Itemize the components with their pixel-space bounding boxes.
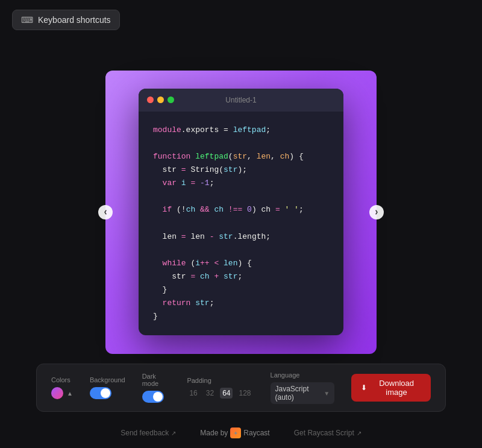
raycast-logo: ✦ bbox=[230, 427, 241, 438]
download-button[interactable]: ⬇ Download image bbox=[351, 374, 431, 402]
feedback-link[interactable]: Send feedback ↗ bbox=[120, 429, 176, 437]
code-line: if (!ch && ch !== 0) ch = ' '; bbox=[153, 203, 329, 216]
traffic-light-red bbox=[147, 96, 154, 103]
code-line: } bbox=[153, 283, 329, 297]
language-select[interactable]: JavaScript (auto) ▼ bbox=[271, 382, 335, 404]
prev-arrow-button[interactable] bbox=[98, 205, 113, 219]
script-link[interactable]: Get Raycast Script ↗ bbox=[294, 429, 362, 437]
code-line: } bbox=[153, 310, 329, 323]
padding-128[interactable]: 128 bbox=[236, 388, 253, 399]
brand-name: Raycast bbox=[243, 429, 269, 437]
colors-chevron-button[interactable]: ▲ bbox=[67, 390, 73, 397]
code-line bbox=[153, 244, 329, 257]
darkmode-control bbox=[142, 391, 171, 403]
download-label: Download image bbox=[372, 379, 421, 397]
language-chevron-icon: ▼ bbox=[324, 390, 330, 397]
script-label: Get Raycast Script bbox=[294, 429, 354, 437]
code-line: function leftpad(str, len, ch) { bbox=[153, 150, 329, 163]
background-toggle[interactable] bbox=[90, 387, 111, 399]
code-line: while (i++ < len) { bbox=[153, 257, 329, 270]
background-label: Background bbox=[90, 376, 125, 383]
made-by-brand: Made by ✦ Raycast bbox=[200, 427, 269, 438]
language-value: JavaScript (auto) bbox=[275, 385, 321, 402]
background-group: Background bbox=[90, 376, 125, 399]
code-line: str = String(str); bbox=[153, 163, 329, 177]
code-editor-card: Untitled-1 module.exports = leftpad; fun… bbox=[139, 89, 343, 335]
colors-control: ▲ bbox=[51, 387, 73, 399]
color-swatch[interactable] bbox=[51, 387, 63, 399]
next-arrow-button[interactable] bbox=[369, 205, 384, 219]
footer: Send feedback ↗ Made by ✦ Raycast Get Ra… bbox=[0, 427, 482, 438]
padding-16[interactable]: 16 bbox=[187, 388, 199, 399]
code-line: len = len - str.length; bbox=[153, 230, 329, 244]
top-bar-label: Keyboard shortcuts bbox=[38, 15, 111, 25]
made-by-label: Made by bbox=[200, 429, 228, 437]
keyboard-shortcuts-button[interactable]: ⌨ Keyboard shortcuts bbox=[12, 10, 120, 30]
download-icon: ⬇ bbox=[361, 383, 367, 392]
traffic-light-yellow bbox=[157, 96, 164, 103]
code-line: return str; bbox=[153, 297, 329, 310]
padding-64[interactable]: 64 bbox=[220, 388, 233, 399]
darkmode-toggle-knob bbox=[153, 392, 163, 402]
padding-label: Padding bbox=[187, 377, 253, 384]
keyboard-icon: ⌨ bbox=[21, 15, 33, 25]
code-line bbox=[153, 137, 329, 150]
darkmode-group: Dark mode bbox=[142, 373, 171, 403]
editor-title: Untitled-1 bbox=[225, 96, 256, 104]
script-external-icon: ↗ bbox=[357, 430, 362, 437]
code-line bbox=[153, 190, 329, 203]
code-line: var i = -1; bbox=[153, 177, 329, 190]
code-line bbox=[153, 216, 329, 230]
traffic-light-green bbox=[167, 96, 174, 103]
feedback-label: Send feedback bbox=[120, 429, 169, 437]
editor-titlebar: Untitled-1 bbox=[139, 89, 343, 112]
darkmode-toggle[interactable] bbox=[142, 391, 164, 403]
purple-background: Untitled-1 module.exports = leftpad; fun… bbox=[105, 71, 377, 354]
padding-32[interactable]: 32 bbox=[204, 388, 216, 399]
padding-options: 16 32 64 128 bbox=[187, 388, 253, 399]
language-label: Language bbox=[271, 371, 335, 379]
background-toggle-knob bbox=[101, 388, 110, 398]
language-group: Language JavaScript (auto) ▼ bbox=[271, 371, 335, 404]
editor-body: module.exports = leftpad; function leftp… bbox=[139, 112, 343, 335]
bottom-toolbar: Colors ▲ Background Dark mode Padding 16… bbox=[36, 364, 446, 412]
code-line: module.exports = leftpad; bbox=[153, 124, 329, 137]
padding-group: Padding 16 32 64 128 bbox=[187, 377, 253, 399]
colors-label: Colors bbox=[51, 376, 73, 383]
feedback-external-icon: ↗ bbox=[171, 430, 176, 437]
traffic-lights bbox=[147, 96, 174, 103]
main-content: Untitled-1 module.exports = leftpad; fun… bbox=[0, 48, 482, 376]
colors-group: Colors ▲ bbox=[51, 376, 73, 399]
darkmode-label: Dark mode bbox=[142, 373, 171, 387]
code-line: str = ch + str; bbox=[153, 270, 329, 283]
background-control bbox=[90, 387, 125, 399]
